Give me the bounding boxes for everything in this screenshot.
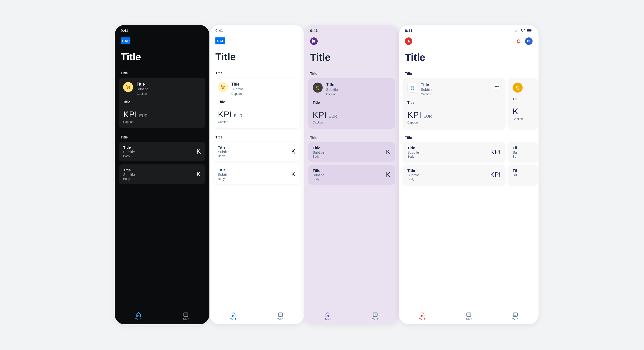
feature-card[interactable]: Title Subtitle Caption Title KPI EUR Cap… xyxy=(308,78,395,129)
list-title: Title xyxy=(123,168,135,172)
card-caption: Caption xyxy=(326,93,338,96)
home-icon xyxy=(136,312,141,317)
tab-list[interactable]: Tab 2 xyxy=(257,308,304,324)
tab-home[interactable]: Tab 1 xyxy=(210,308,257,324)
cart-icon xyxy=(313,83,322,93)
section-title: Title xyxy=(403,68,538,78)
status-icons xyxy=(514,29,532,32)
battery-icon xyxy=(526,29,532,32)
card-subtitle: Subtitle xyxy=(326,88,338,92)
more-button[interactable]: ••• xyxy=(493,83,501,91)
list-kpi: KPI xyxy=(291,170,296,178)
kpi-unit: EUR xyxy=(328,114,337,119)
sap-logo: SAP xyxy=(121,38,135,44)
page-title: Title xyxy=(115,48,210,68)
kpi-unit: EUR xyxy=(234,114,242,118)
list-subtitle: Subtitle xyxy=(218,173,230,177)
kpi-title: Title xyxy=(313,101,390,105)
kpi-caption: Caption xyxy=(218,120,296,124)
svg-point-6 xyxy=(317,89,318,90)
svg-rect-10 xyxy=(527,30,531,32)
list-kpi: KPI xyxy=(196,148,201,155)
section-title: Title xyxy=(119,132,206,142)
list-subtitle: Subtitle xyxy=(408,173,419,177)
list-kpi: KPI xyxy=(386,171,390,179)
kpi-caption-peek: Caption xyxy=(512,117,538,121)
kpi-caption: Caption xyxy=(408,121,501,124)
list-subtitle-peek: Su xyxy=(512,150,517,154)
svg-point-15 xyxy=(518,89,519,90)
avatar[interactable]: FE xyxy=(525,38,532,45)
tab-home[interactable]: Tab 1 xyxy=(399,308,446,324)
section-title: Title xyxy=(308,68,395,78)
status-time: 9:41 xyxy=(405,29,412,33)
list-body: Body xyxy=(408,178,419,181)
tab-list[interactable]: Tab 2 xyxy=(446,308,492,324)
content-area: Title Title Subtitle Caption Title KPI xyxy=(210,68,304,308)
list-item[interactable]: Title Subtitle Body KPI xyxy=(403,165,505,185)
list-title: Title xyxy=(218,145,230,149)
list-item[interactable]: Title Subtitle Body KPI xyxy=(214,164,300,184)
notification-button[interactable] xyxy=(515,38,522,45)
list-item[interactable]: Title Subtitle Body KPI xyxy=(308,142,395,162)
list-subtitle: Subtitle xyxy=(218,150,230,154)
list-icon xyxy=(372,312,378,317)
tab-label: Tab 2 xyxy=(278,318,284,321)
tab-label: Tab 2 xyxy=(372,318,378,321)
list-title: Title xyxy=(408,168,419,173)
feature-card[interactable]: Title Subtitle Caption ••• Title KPI EUR xyxy=(403,78,505,129)
content-area: Title Title Subtitle Caption Title KPI xyxy=(115,68,210,308)
list-item-peek[interactable]: Til Su Bo xyxy=(508,165,538,185)
list-body: Body xyxy=(313,178,324,181)
cart-icon xyxy=(123,82,133,92)
svg-point-0 xyxy=(127,88,128,89)
list-item[interactable]: Title Subtitle Body KPI xyxy=(308,165,395,185)
home-icon xyxy=(325,312,330,317)
list-subtitle: Subtitle xyxy=(123,150,135,154)
list-body: Body xyxy=(218,177,230,181)
tab-home[interactable]: Tab 1 xyxy=(304,308,352,324)
tab-home[interactable]: Tab 1 xyxy=(115,308,162,324)
feature-card[interactable]: Title Subtitle Caption Title KPI EUR Cap… xyxy=(119,78,206,128)
kpi-value: KPI xyxy=(408,110,421,120)
kpi-value-peek: K xyxy=(512,107,518,116)
section-title: Title xyxy=(403,132,538,142)
card-subtitle: Subtitle xyxy=(421,88,432,92)
kpi-unit: EUR xyxy=(423,114,432,119)
cart-icon xyxy=(218,82,228,92)
svg-point-1 xyxy=(129,88,130,89)
list-subtitle: Subtitle xyxy=(123,173,135,177)
more-icon: ••• xyxy=(495,84,499,89)
list-item[interactable]: Title Subtitle Body KPI xyxy=(119,164,206,184)
list-body: Body xyxy=(123,177,135,181)
list-kpi: KPI xyxy=(291,148,296,155)
content-area: Title Title Subtitle Caption ••• xyxy=(399,68,538,308)
card-subtitle: Subtitle xyxy=(137,87,148,91)
feature-card[interactable]: Title Subtitle Caption Title KPI EUR Cap… xyxy=(214,78,300,128)
card-caption: Caption xyxy=(137,92,148,96)
tab-bar: Tab 1 Tab 2 Tab 3 xyxy=(399,308,538,324)
tab-bar: Tab 1 Tab 2 xyxy=(210,308,304,324)
status-time: 9:41 xyxy=(216,29,223,33)
tab-inbox[interactable]: Tab 3 xyxy=(492,308,538,324)
list-title: Title xyxy=(313,146,324,150)
kpi-value: KPI xyxy=(218,110,232,119)
list-icon xyxy=(466,312,472,317)
list-item-peek[interactable]: Til Su Bo xyxy=(508,142,538,162)
list-item[interactable]: Title Subtitle Body KPI xyxy=(214,142,300,161)
tab-list[interactable]: Tab 2 xyxy=(162,308,210,324)
list-item[interactable]: Title Subtitle Body KPI xyxy=(403,142,505,162)
kpi-caption: Caption xyxy=(313,121,390,124)
card-caption: Caption xyxy=(421,93,432,96)
status-bar: 9:41 xyxy=(304,25,399,36)
list-item[interactable]: Title Subtitle Body KPI xyxy=(119,142,206,161)
tab-label: Tab 1 xyxy=(325,318,331,321)
tab-label: Tab 2 xyxy=(183,318,189,321)
svg-point-9 xyxy=(522,31,523,32)
phone-light: 9:41 SAP Title Title Title Subtitle Capt… xyxy=(210,25,304,324)
section-title: Title xyxy=(308,132,395,142)
tab-list[interactable]: Tab 2 xyxy=(352,308,399,324)
feature-card-peek[interactable]: Til K Caption xyxy=(508,78,538,129)
app-header xyxy=(304,36,399,49)
phone-extended: 9:41 FE Title Title xyxy=(399,25,538,324)
